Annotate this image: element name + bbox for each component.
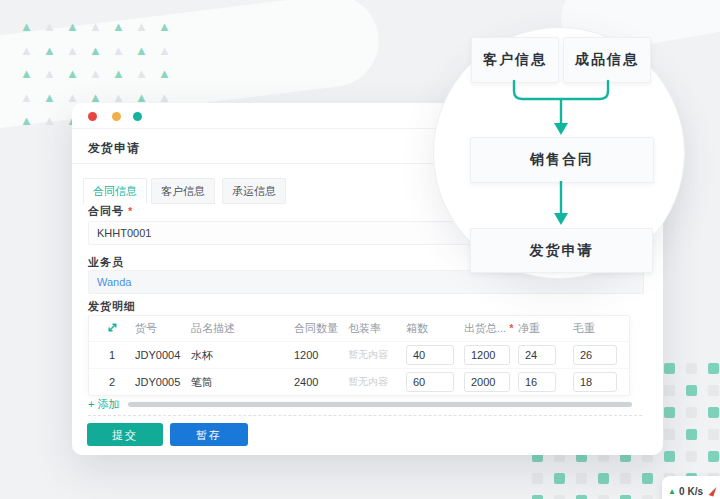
decor-square bbox=[686, 363, 697, 374]
col-header-item-no: 货号 bbox=[135, 321, 191, 336]
diagram-node-customer-info: 客户信息 bbox=[471, 37, 559, 83]
decor-square bbox=[686, 385, 697, 396]
contract-no-label-text: 合同号 bbox=[88, 205, 124, 217]
col-header-boxes: 箱数 bbox=[406, 321, 464, 336]
decor-square bbox=[598, 473, 609, 484]
ship-total-input[interactable] bbox=[464, 345, 510, 365]
decor-square bbox=[686, 429, 697, 440]
cell-contract-qty: 1200 bbox=[294, 349, 348, 361]
decor-square bbox=[664, 363, 675, 374]
diagram-node-sales-contract: 销售合同 bbox=[470, 137, 654, 183]
col-header-gross-weight: 毛重 bbox=[573, 321, 629, 336]
window-minimize-button[interactable] bbox=[112, 112, 121, 121]
cursor-flame-icon bbox=[709, 485, 717, 496]
decor-square bbox=[708, 407, 719, 418]
decor-square bbox=[532, 473, 543, 484]
window-zoom-button[interactable] bbox=[133, 112, 142, 121]
contract-no-label: 合同号 * bbox=[88, 204, 133, 219]
col-header-ship-total-text: 出货总... bbox=[464, 322, 506, 334]
decor-square bbox=[620, 473, 631, 484]
decor-square bbox=[664, 429, 675, 440]
tab-contract-info[interactable]: 合同信息 bbox=[83, 178, 147, 204]
cell-item-no: JDY0005 bbox=[135, 376, 191, 388]
gross-weight-input[interactable] bbox=[573, 372, 617, 392]
decor-square bbox=[642, 473, 653, 484]
decor-square bbox=[576, 495, 587, 499]
col-header-packing-rate: 包装率 bbox=[348, 321, 406, 336]
required-asterisk: * bbox=[128, 205, 133, 217]
salesman-label: 业务员 bbox=[88, 255, 124, 270]
required-asterisk: * bbox=[509, 322, 513, 334]
decor-square bbox=[664, 407, 675, 418]
decor-square bbox=[708, 363, 719, 374]
decor-square bbox=[576, 473, 587, 484]
net-weight-input[interactable] bbox=[518, 345, 556, 365]
row-index: 1 bbox=[89, 349, 135, 361]
network-speed-value: 0 bbox=[679, 486, 685, 497]
col-header-ship-total: 出货总... * bbox=[464, 321, 518, 336]
decor-square bbox=[642, 495, 653, 499]
detail-table: 货号 品名描述 合同数量 包装率 箱数 出货总... * 净重 毛重 1 JDY… bbox=[88, 315, 630, 396]
expand-icon[interactable] bbox=[89, 321, 135, 336]
col-header-net-weight: 净重 bbox=[518, 321, 573, 336]
horizontal-scrollbar[interactable] bbox=[128, 402, 632, 407]
cell-packing-rate-placeholder: 暂无内容 bbox=[348, 375, 406, 389]
ship-total-input[interactable] bbox=[464, 372, 510, 392]
boxes-input[interactable] bbox=[406, 372, 454, 392]
tab-customer-info[interactable]: 客户信息 bbox=[151, 178, 215, 204]
tab-carrier-info[interactable]: 承运信息 bbox=[222, 178, 286, 204]
diagram-node-shipment-request: 发货申请 bbox=[470, 228, 653, 273]
dashed-divider bbox=[88, 415, 642, 416]
boxes-input[interactable] bbox=[406, 345, 454, 365]
col-header-contract-qty: 合同数量 bbox=[294, 321, 348, 336]
decor-square bbox=[598, 495, 609, 499]
upload-arrow-icon: ▲ bbox=[668, 487, 676, 496]
row-index: 2 bbox=[89, 376, 135, 388]
net-weight-input[interactable] bbox=[518, 372, 556, 392]
cell-item-no: JDY0004 bbox=[135, 349, 191, 361]
decor-square bbox=[554, 473, 565, 484]
submit-button[interactable]: 提交 bbox=[87, 423, 163, 446]
window-close-button[interactable] bbox=[88, 112, 97, 121]
decor-square bbox=[620, 495, 631, 499]
decor-square bbox=[664, 451, 675, 462]
cell-contract-qty: 2400 bbox=[294, 376, 348, 388]
table-row: 2 JDY0005 笔筒 2400 暂无内容 bbox=[89, 368, 629, 395]
col-header-desc: 品名描述 bbox=[191, 321, 294, 336]
diagram-node-product-info: 成品信息 bbox=[563, 37, 651, 83]
decor-square bbox=[686, 451, 697, 462]
cell-desc: 笔筒 bbox=[191, 375, 294, 390]
add-row-button[interactable]: + 添加 bbox=[88, 397, 119, 412]
network-speed-unit: K/s bbox=[687, 486, 703, 497]
table-row: 1 JDY0004 水杯 1200 暂无内容 bbox=[89, 342, 629, 368]
save-draft-button[interactable]: 暂存 bbox=[170, 423, 248, 446]
page-title: 发货申请 bbox=[88, 140, 140, 157]
cell-desc: 水杯 bbox=[191, 348, 294, 363]
table-header-row: 货号 品名描述 合同数量 包装率 箱数 出货总... * 净重 毛重 bbox=[89, 316, 629, 342]
decor-square bbox=[554, 495, 565, 499]
cell-packing-rate-placeholder: 暂无内容 bbox=[348, 348, 406, 362]
decor-square bbox=[664, 385, 675, 396]
decor-square bbox=[532, 495, 543, 499]
decor-square bbox=[708, 385, 719, 396]
decor-square bbox=[686, 407, 697, 418]
detail-section-title: 发货明细 bbox=[88, 299, 136, 314]
gross-weight-input[interactable] bbox=[573, 345, 617, 365]
network-speed-indicator: ▲ 0 K/s bbox=[662, 476, 720, 499]
decor-square bbox=[708, 451, 719, 462]
decor-square bbox=[708, 429, 719, 440]
